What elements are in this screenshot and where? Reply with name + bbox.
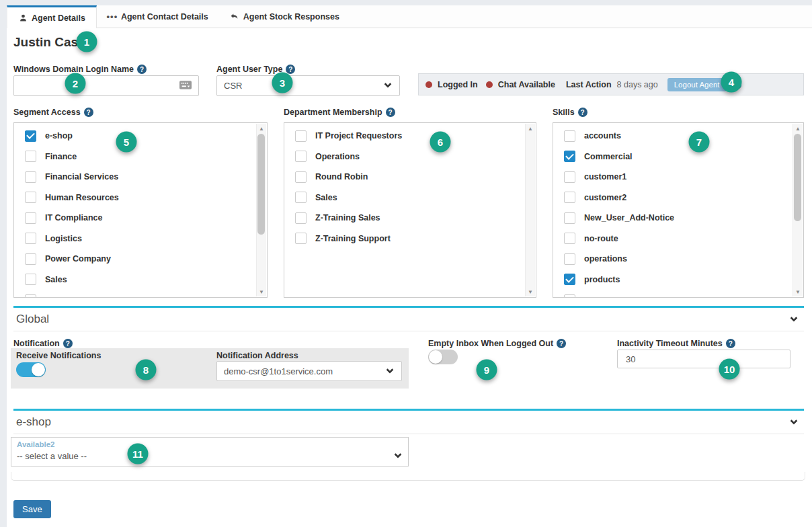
list-item-label: IT Project Requestors [315, 131, 402, 140]
empty-inbox-label: Empty Inbox When Logged Out [428, 339, 553, 348]
tab[interactable]: Agent Stock Responses [219, 5, 350, 28]
checkbox[interactable] [564, 151, 575, 162]
chevron-down-icon[interactable] [789, 417, 799, 428]
help-icon[interactable]: ? [578, 108, 587, 117]
help-icon[interactable]: ? [137, 65, 147, 74]
list-item: Sales [284, 188, 536, 208]
checkbox[interactable] [25, 233, 36, 244]
skills-label-row: Skills ? [553, 108, 587, 117]
checkbox[interactable] [564, 130, 575, 142]
list-item: Financial Services [14, 167, 267, 188]
help-icon[interactable]: ? [63, 339, 73, 348]
help-icon[interactable]: ? [286, 65, 295, 74]
list-item-label: Sales [45, 275, 67, 284]
checkbox[interactable] [564, 233, 575, 244]
help-icon[interactable]: ? [386, 108, 395, 117]
notification-address-label: Notification Address [216, 351, 298, 360]
checkbox[interactable] [25, 171, 36, 183]
checkbox[interactable] [25, 212, 36, 224]
available2-select[interactable]: -- select a value -- [17, 450, 403, 462]
checkbox[interactable] [564, 192, 575, 203]
list-item-label: New_User_Add-Notice [584, 213, 674, 222]
logout-agent-button[interactable]: Logout Agent [667, 78, 727, 91]
page-title: Justin Case [13, 35, 85, 50]
receive-notifications-toggle[interactable] [16, 362, 46, 377]
scrollbar[interactable]: ▲ ▼ [256, 124, 266, 296]
checkbox[interactable] [564, 171, 575, 183]
list-item: Power Company [14, 249, 267, 270]
checkbox[interactable] [564, 253, 575, 265]
scroll-down-icon[interactable]: ▼ [257, 287, 266, 296]
scrollbar-thumb[interactable] [794, 134, 801, 221]
list-item-label: customer2 [584, 193, 626, 202]
checkbox[interactable] [295, 233, 307, 244]
checkbox[interactable] [295, 192, 307, 203]
list-item-label: Operations [315, 152, 360, 161]
segment-access-list: e-shop Finance Financial Services Human … [13, 122, 268, 298]
global-section-title: Global [16, 313, 49, 326]
notification-address-select[interactable]: demo-csr@1to1service.com [216, 361, 402, 381]
scroll-up-icon[interactable]: ▲ [526, 124, 535, 133]
checkbox[interactable] [25, 294, 36, 298]
annotation-badge: 3 [272, 73, 293, 93]
windows-domain-login-input[interactable] [21, 80, 179, 91]
list-item-label: customer1 [584, 172, 626, 181]
list-item-label: Commercial [584, 152, 633, 161]
list-item-label: Z-Training Sales [315, 213, 380, 222]
windows-domain-login-label-row: Windows Domain Login Name ? [13, 65, 147, 74]
logged-in-label: Logged In [438, 80, 478, 89]
inactivity-timeout-label: Inactivity Timeout Minutes [617, 339, 723, 348]
eshop-section-header[interactable]: e-shop [13, 409, 804, 434]
list-item-label: Round Robin [315, 172, 368, 181]
list-item: e-shop [14, 126, 267, 147]
checkbox[interactable] [295, 130, 307, 142]
tab[interactable]: ••• Agent Contact Details [97, 5, 219, 28]
inactivity-timeout-input[interactable] [624, 354, 783, 365]
annotation-badge: 6 [430, 132, 451, 153]
list-item: Commercial [553, 147, 803, 167]
save-button[interactable]: Save [13, 500, 51, 518]
scroll-up-icon[interactable]: ▲ [793, 124, 803, 133]
scroll-down-icon[interactable]: ▼ [526, 287, 535, 296]
list-item-label: IT Compliance [45, 213, 102, 222]
checkbox[interactable] [564, 274, 575, 285]
checkbox[interactable] [564, 294, 575, 298]
list-item-partial [14, 290, 267, 298]
reply-icon [230, 12, 239, 22]
help-icon[interactable]: ? [557, 339, 566, 348]
checkbox[interactable] [295, 151, 307, 162]
empty-inbox-toggle[interactable] [428, 350, 458, 364]
list-item-label: Human Resources [45, 193, 119, 202]
checkbox[interactable] [564, 212, 575, 224]
checkbox[interactable] [25, 274, 36, 285]
help-icon[interactable]: ? [726, 339, 735, 348]
scrollbar-thumb[interactable] [257, 134, 265, 235]
list-item: Human Resources [14, 188, 267, 208]
checkbox[interactable] [295, 212, 307, 224]
list-item-label: Financial Services [45, 172, 118, 181]
tab-bar: Agent Details ••• Agent Contact Details … [7, 5, 812, 28]
checkbox[interactable] [25, 130, 36, 142]
checkbox[interactable] [25, 192, 36, 203]
scrollbar[interactable]: ▲ ▼ [793, 124, 803, 296]
available2-value: -- select a value -- [17, 451, 87, 461]
chevron-down-icon[interactable] [789, 314, 799, 325]
scrollbar[interactable]: ▲ ▼ [525, 124, 535, 296]
list-item-label: accounts [584, 131, 621, 140]
eshop-attribute-box: Available2 -- select a value -- [11, 437, 409, 467]
checkbox[interactable] [25, 151, 36, 162]
list-item-label: operations [584, 254, 627, 264]
notification-label-row: Notification ? [13, 339, 73, 348]
scroll-down-icon[interactable]: ▼ [793, 287, 803, 296]
annotation-badge: 10 [719, 359, 740, 380]
scroll-up-icon[interactable]: ▲ [257, 124, 266, 133]
notification-address-value: demo-csr@1to1service.com [224, 366, 333, 376]
tab[interactable]: Agent Details [7, 5, 97, 28]
global-section-header[interactable]: Global [13, 306, 804, 331]
agent-user-type-select[interactable]: CSR [216, 75, 400, 96]
checkbox[interactable] [25, 253, 36, 265]
checkbox[interactable] [295, 171, 307, 183]
help-icon[interactable]: ? [84, 108, 93, 117]
list-item-label: Z-Training Support [315, 234, 391, 243]
notification-panel: Receive Notifications Notification Addre… [11, 348, 409, 389]
